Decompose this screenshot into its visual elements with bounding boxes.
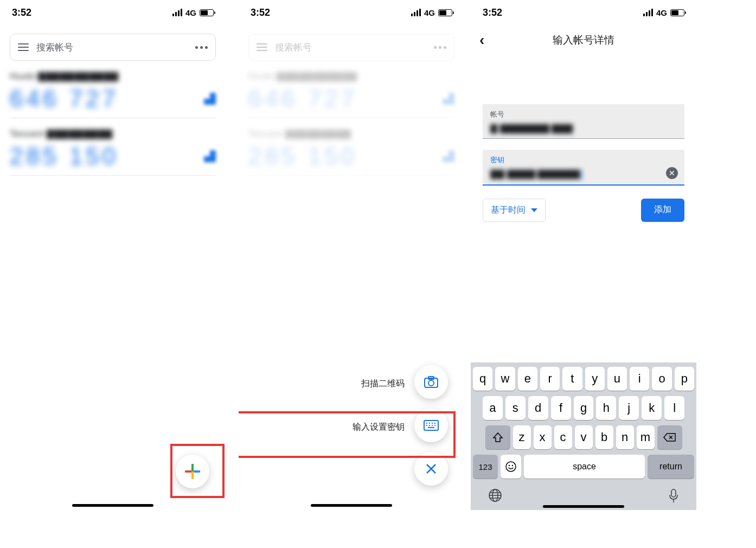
- emoji-icon: [505, 461, 517, 473]
- search-bar[interactable]: 搜索帐号: [10, 34, 216, 61]
- timer-icon: [204, 93, 216, 105]
- key-a[interactable]: a: [483, 396, 503, 420]
- battery-icon: [438, 9, 452, 16]
- timer-icon: [204, 150, 216, 162]
- key-field[interactable]: 密钥 ▇▇ ▇▇▇▇ ▇▇▇▇▇▇ ✕: [483, 150, 684, 186]
- mic-key[interactable]: [668, 488, 679, 507]
- backspace-key[interactable]: [657, 425, 682, 449]
- add-fab[interactable]: [176, 455, 209, 488]
- key-w[interactable]: w: [495, 367, 515, 391]
- key-f[interactable]: f: [551, 396, 571, 420]
- camera-icon: [424, 376, 438, 388]
- close-fab[interactable]: [414, 452, 448, 486]
- key-t[interactable]: t: [562, 367, 582, 391]
- key-z[interactable]: z: [513, 425, 531, 449]
- key-b[interactable]: b: [595, 425, 613, 449]
- key-p[interactable]: p: [675, 367, 694, 391]
- home-indicator: [72, 504, 153, 507]
- key-k[interactable]: k: [642, 396, 662, 420]
- key-i[interactable]: i: [630, 367, 649, 391]
- key-e[interactable]: e: [518, 367, 537, 391]
- globe-icon: [488, 488, 502, 502]
- status-net: 4G: [185, 8, 196, 17]
- account-code: 285 150: [10, 143, 119, 170]
- mic-icon: [668, 488, 679, 504]
- search-placeholder: 搜索帐号: [275, 41, 426, 54]
- signal-icon: [643, 9, 653, 16]
- key-d[interactable]: d: [528, 396, 548, 420]
- account-field[interactable]: 帐号 ▇ ▇▇▇▇▇▇▇ ▇▇▇: [483, 104, 684, 139]
- signal-icon: [411, 9, 421, 16]
- key-c[interactable]: c: [554, 425, 572, 449]
- account-field-value: ▇ ▇▇▇▇▇▇▇ ▇▇▇: [490, 123, 677, 134]
- numbers-key[interactable]: 123: [473, 455, 498, 479]
- account-field-label: 帐号: [490, 110, 677, 119]
- account-name: Huobi ▇▇▇▇▇▇▇▇▇▇▇: [10, 71, 216, 82]
- phone-screen-3: 3:52 4G ‹ 输入帐号详情 帐号 ▇ ▇▇▇▇▇▇▇ ▇▇▇ 密钥 ▇▇ …: [471, 0, 696, 510]
- status-bar: 3:52 4G: [471, 0, 696, 25]
- enter-key-fab[interactable]: [414, 409, 448, 442]
- clear-icon[interactable]: ✕: [666, 167, 678, 179]
- svg-rect-25: [671, 489, 676, 497]
- svg-rect-3: [424, 420, 438, 430]
- account-name: Tencent ▇▇▇▇▇▇▇▇▇: [10, 128, 216, 139]
- shift-key[interactable]: [485, 425, 510, 449]
- dropdown-label: 基于时间: [491, 205, 526, 216]
- more-icon[interactable]: [195, 46, 208, 49]
- account-row[interactable]: Huobi ▇▇▇▇▇▇▇▇▇▇▇ 646 727: [10, 71, 216, 118]
- svg-point-18: [509, 465, 510, 466]
- page-title: 输入帐号详情: [499, 33, 688, 47]
- status-time: 3:52: [483, 7, 502, 18]
- key-u[interactable]: u: [607, 367, 627, 391]
- backspace-icon: [663, 432, 676, 442]
- key-v[interactable]: v: [575, 425, 593, 449]
- keyboard: qwertyuiop asdfghjkl zxcvbnm 123 space r…: [471, 362, 696, 510]
- type-dropdown[interactable]: 基于时间: [483, 199, 546, 222]
- key-g[interactable]: g: [574, 396, 594, 420]
- phone-screen-1: 3:52 4G 搜索帐号 Huobi ▇▇▇▇▇▇▇▇▇▇▇ 646 727 T…: [0, 0, 226, 510]
- key-n[interactable]: n: [616, 425, 634, 449]
- key-l[interactable]: l: [664, 396, 684, 420]
- emoji-key[interactable]: [501, 455, 521, 479]
- key-h[interactable]: h: [596, 396, 616, 420]
- key-r[interactable]: r: [540, 367, 560, 391]
- phone-screen-2: 3:52 4G 搜索帐号 Huobi ▇▇▇▇▇▇▇▇▇▇▇ 646 727 T…: [239, 0, 464, 510]
- back-button[interactable]: ‹: [479, 31, 499, 49]
- space-key[interactable]: space: [524, 455, 645, 479]
- return-key[interactable]: return: [648, 455, 694, 479]
- menu-icon: [257, 43, 267, 51]
- chevron-down-icon: [531, 208, 537, 212]
- scan-qr-fab[interactable]: [414, 365, 448, 399]
- account-code: 646 727: [10, 85, 119, 112]
- battery-icon: [200, 9, 214, 16]
- account-row: Huobi ▇▇▇▇▇▇▇▇▇▇▇ 646 727: [248, 71, 454, 118]
- globe-key[interactable]: [488, 488, 502, 507]
- key-field-label: 密钥: [490, 155, 677, 165]
- key-m[interactable]: m: [637, 425, 655, 449]
- account-row[interactable]: Tencent ▇▇▇▇▇▇▇▇▇ 285 150: [10, 128, 216, 176]
- signal-icon: [172, 9, 182, 16]
- search-bar: 搜索帐号: [248, 34, 454, 61]
- add-button[interactable]: 添加: [641, 199, 684, 222]
- search-placeholder: 搜索帐号: [36, 41, 188, 54]
- key-o[interactable]: o: [652, 367, 671, 391]
- shift-icon: [492, 432, 503, 443]
- home-indicator: [543, 505, 624, 508]
- home-indicator: [311, 504, 392, 507]
- scan-qr-label: 扫描二维码: [361, 378, 405, 390]
- svg-point-19: [512, 465, 513, 466]
- key-x[interactable]: x: [534, 425, 552, 449]
- key-j[interactable]: j: [619, 396, 639, 420]
- status-net: 4G: [424, 8, 435, 17]
- battery-icon: [670, 9, 684, 16]
- enter-key-label: 输入设置密钥: [353, 422, 405, 433]
- key-y[interactable]: y: [585, 367, 605, 391]
- status-bar: 3:52 4G: [0, 0, 226, 25]
- close-icon: [425, 463, 437, 475]
- menu-icon[interactable]: [18, 43, 29, 51]
- header: ‹ 输入帐号详情: [471, 25, 696, 55]
- account-row: Tencent ▇▇▇▇▇▇▇▇▇ 285 150: [248, 128, 454, 176]
- key-q[interactable]: q: [473, 367, 492, 391]
- more-icon: [434, 46, 446, 49]
- key-s[interactable]: s: [505, 396, 526, 420]
